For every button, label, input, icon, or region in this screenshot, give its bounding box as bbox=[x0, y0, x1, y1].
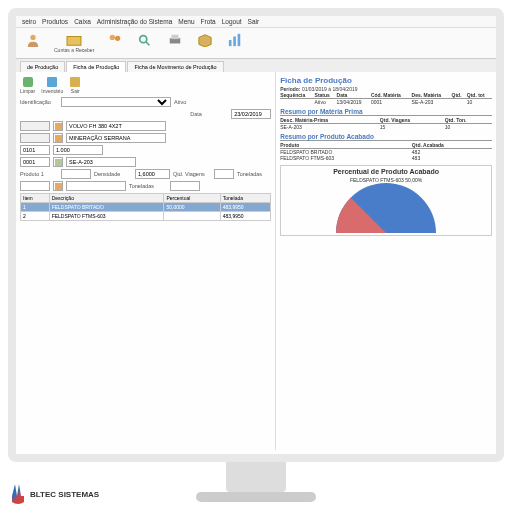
menu-item[interactable]: seiro bbox=[22, 18, 36, 25]
svg-rect-9 bbox=[234, 37, 237, 47]
btn-inventory[interactable]: Inventário bbox=[41, 76, 63, 94]
btn-exit[interactable]: Sair bbox=[69, 76, 81, 94]
form-panel: Limpar Inventário Sair Identificação Ati… bbox=[16, 72, 275, 450]
input-val1[interactable] bbox=[53, 145, 103, 155]
svg-rect-16 bbox=[55, 159, 62, 166]
report-panel: Ficha de Produção Período: 01/03/2019 à … bbox=[275, 72, 496, 450]
lookup-empresa-icon[interactable] bbox=[53, 133, 63, 143]
tool-user[interactable] bbox=[20, 31, 46, 55]
menu-item[interactable]: Administração do Sistema bbox=[97, 18, 173, 25]
lbl-produto1: Produto 1 bbox=[20, 171, 58, 177]
pa-row: FELDSPATO FTMS-603483 bbox=[280, 155, 492, 161]
table-row[interactable]: 2 FELDSPATO FTMS-603 483,9950 bbox=[21, 212, 271, 221]
brand-logo: BLTEC SISTEMAS bbox=[8, 484, 99, 504]
tool-box[interactable] bbox=[192, 31, 218, 55]
section-produto-acabado: Resumo por Produto Acabado bbox=[280, 133, 492, 141]
lookup-extra-icon[interactable] bbox=[53, 181, 63, 191]
input-densidade[interactable] bbox=[135, 169, 170, 179]
svg-point-4 bbox=[140, 36, 147, 43]
input-produto1[interactable] bbox=[61, 169, 91, 179]
svg-rect-11 bbox=[23, 77, 33, 87]
menu-item[interactable]: Frota bbox=[201, 18, 216, 25]
svg-point-2 bbox=[110, 35, 115, 40]
chart-container: Percentual de Produto Acabado FELDSPATO … bbox=[280, 165, 492, 236]
menu-item[interactable]: Menu bbox=[178, 18, 194, 25]
brand-text: BLTEC SISTEMAS bbox=[30, 490, 99, 499]
col-ton: Tonelada bbox=[220, 194, 270, 203]
lbl-ativo: Ativo bbox=[174, 99, 212, 105]
col-item: Item bbox=[21, 194, 50, 203]
input-cod1[interactable] bbox=[20, 121, 50, 131]
mp-row: SE-A-2031510 bbox=[280, 124, 492, 131]
tool-accounts-receivable[interactable]: Contas a Receber bbox=[50, 31, 98, 55]
table-row[interactable]: 1 FELDSPATO BRITADO 50,0000 483,9950 bbox=[21, 203, 271, 212]
tab-ficha-producao[interactable]: Ficha de Produção bbox=[66, 61, 126, 72]
lbl-ton2: Toneladas bbox=[129, 183, 167, 189]
btn-clear[interactable]: Limpar bbox=[20, 76, 35, 94]
menu-item[interactable]: Sair bbox=[248, 18, 260, 25]
svg-rect-1 bbox=[67, 37, 81, 46]
brand-icon bbox=[8, 484, 28, 504]
input-num1[interactable] bbox=[20, 145, 50, 155]
svg-rect-15 bbox=[55, 135, 62, 142]
lbl-densidade: Densidade bbox=[94, 171, 132, 177]
tool-users[interactable] bbox=[102, 31, 128, 55]
col-desc: Descrição bbox=[49, 194, 164, 203]
menu-item[interactable]: Logout bbox=[222, 18, 242, 25]
select-identificacao[interactable] bbox=[61, 97, 171, 107]
report-row: Ativo13/04/2019 0001SE-A-203 10 bbox=[280, 99, 492, 106]
svg-point-3 bbox=[115, 36, 120, 41]
input-veiculo[interactable] bbox=[66, 121, 166, 131]
lbl-toneladas: Toneladas bbox=[237, 171, 275, 177]
lookup-code-icon[interactable] bbox=[53, 157, 63, 167]
section-materia-prima: Resumo por Matéria Prima bbox=[280, 108, 492, 116]
svg-rect-13 bbox=[70, 77, 80, 87]
tool-print[interactable] bbox=[162, 31, 188, 55]
input-empresa[interactable] bbox=[66, 133, 166, 143]
input-code[interactable] bbox=[66, 157, 136, 167]
svg-line-5 bbox=[146, 42, 150, 46]
svg-rect-12 bbox=[47, 77, 57, 87]
monitor-stand bbox=[226, 462, 286, 492]
lookup-veiculo-icon[interactable] bbox=[53, 121, 63, 131]
half-pie-chart bbox=[336, 183, 436, 233]
tool-chart[interactable] bbox=[222, 31, 248, 55]
input-qtd-viagens[interactable] bbox=[214, 169, 234, 179]
menu-item[interactable]: Produtos bbox=[42, 18, 68, 25]
input-num2[interactable] bbox=[20, 157, 50, 167]
main-menu: seiro Produtos Caixa Administração do Si… bbox=[16, 16, 496, 28]
lbl-identificacao: Identificação bbox=[20, 99, 58, 105]
main-toolbar: Contas a Receber bbox=[16, 28, 496, 59]
svg-rect-8 bbox=[229, 40, 232, 46]
report-title: Ficha de Produção bbox=[280, 76, 492, 85]
col-perc: Percentual bbox=[164, 194, 220, 203]
lbl-qtd-viagens: Qtd. Viagens bbox=[173, 171, 211, 177]
svg-rect-14 bbox=[55, 123, 62, 130]
input-cod2[interactable] bbox=[20, 133, 50, 143]
svg-point-0 bbox=[30, 35, 35, 40]
svg-rect-17 bbox=[55, 183, 62, 190]
svg-rect-7 bbox=[172, 35, 179, 39]
tool-search[interactable] bbox=[132, 31, 158, 55]
chart-title: Percentual de Produto Acabado bbox=[283, 168, 489, 175]
input-extra2[interactable] bbox=[66, 181, 126, 191]
input-extra1[interactable] bbox=[20, 181, 50, 191]
tab-strip: de Produção Ficha de Produção Ficha de M… bbox=[16, 59, 496, 72]
tab-ficha-movimento[interactable]: Ficha de Movimento de Produção bbox=[127, 61, 223, 72]
products-grid[interactable]: Item Descrição Percentual Tonelada 1 FEL… bbox=[20, 193, 271, 221]
input-ton2[interactable] bbox=[170, 181, 200, 191]
lbl-data: Data bbox=[190, 111, 228, 117]
tab-producao[interactable]: de Produção bbox=[20, 61, 65, 72]
menu-item[interactable]: Caixa bbox=[74, 18, 91, 25]
input-data[interactable] bbox=[231, 109, 271, 119]
svg-rect-10 bbox=[238, 34, 241, 46]
